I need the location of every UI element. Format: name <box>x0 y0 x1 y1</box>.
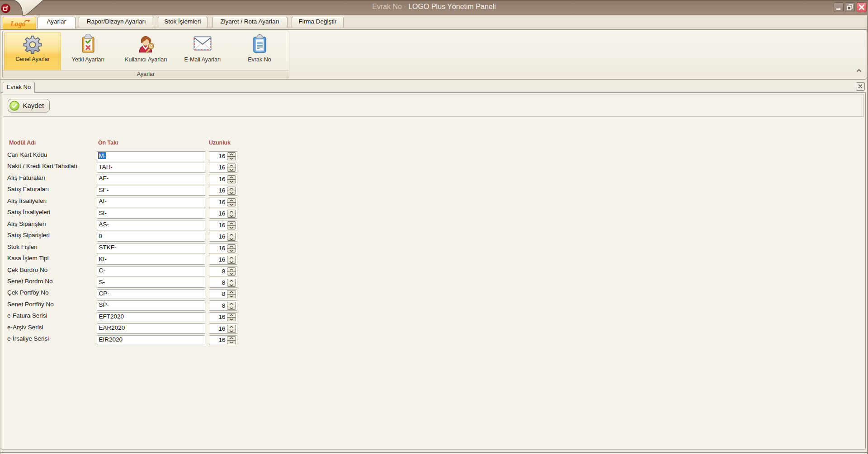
svg-text:Logo: Logo <box>10 19 26 28</box>
